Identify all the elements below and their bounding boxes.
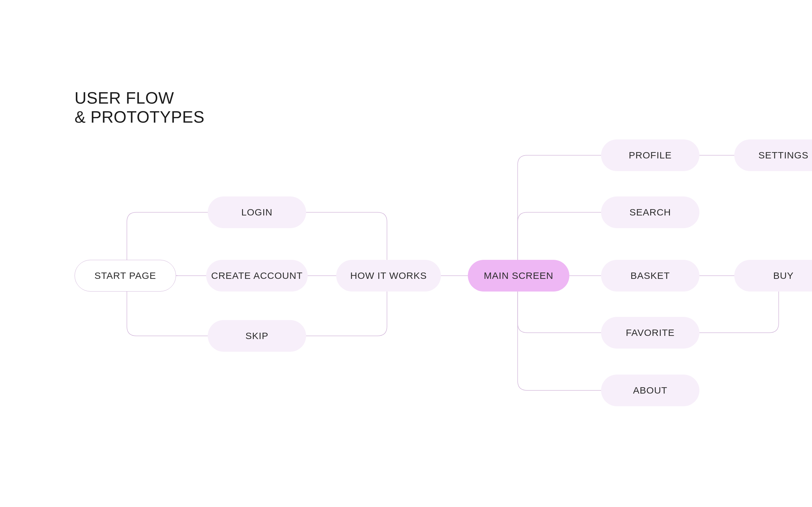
node-label: BUY (773, 270, 794, 281)
node-search[interactable]: SEARCH (601, 196, 699, 228)
node-skip[interactable]: SKIP (208, 320, 306, 352)
node-profile[interactable]: PROFILE (601, 139, 699, 171)
node-label: PROFILE (629, 150, 671, 161)
connectors (0, 0, 812, 507)
node-label: CREATE ACCOUNT (211, 270, 303, 281)
flow-canvas: START PAGE LOGIN CREATE ACCOUNT SKIP HOW… (0, 0, 812, 507)
node-label: HOW IT WORKS (350, 270, 426, 281)
node-login[interactable]: LOGIN (208, 196, 306, 228)
node-basket[interactable]: BASKET (601, 260, 699, 291)
node-label: FAVORITE (626, 327, 675, 338)
node-label: BASKET (630, 270, 670, 281)
node-main-screen[interactable]: MAIN SCREEN (468, 260, 569, 291)
node-label: SETTINGS (758, 150, 809, 161)
node-label: LOGIN (241, 207, 272, 218)
node-label: START PAGE (95, 270, 156, 281)
node-label: ABOUT (633, 385, 667, 396)
node-create-account[interactable]: CREATE ACCOUNT (206, 260, 308, 291)
node-label: MAIN SCREEN (484, 270, 553, 281)
node-how-it-works[interactable]: HOW IT WORKS (336, 260, 441, 291)
node-label: SKIP (246, 331, 268, 341)
node-label: SEARCH (629, 207, 671, 218)
node-buy[interactable]: BUY (734, 260, 812, 291)
node-about[interactable]: ABOUT (601, 375, 699, 406)
node-favorite[interactable]: FAVORITE (601, 317, 699, 349)
node-settings[interactable]: SETTINGS (734, 139, 812, 171)
node-start-page[interactable]: START PAGE (74, 260, 176, 291)
